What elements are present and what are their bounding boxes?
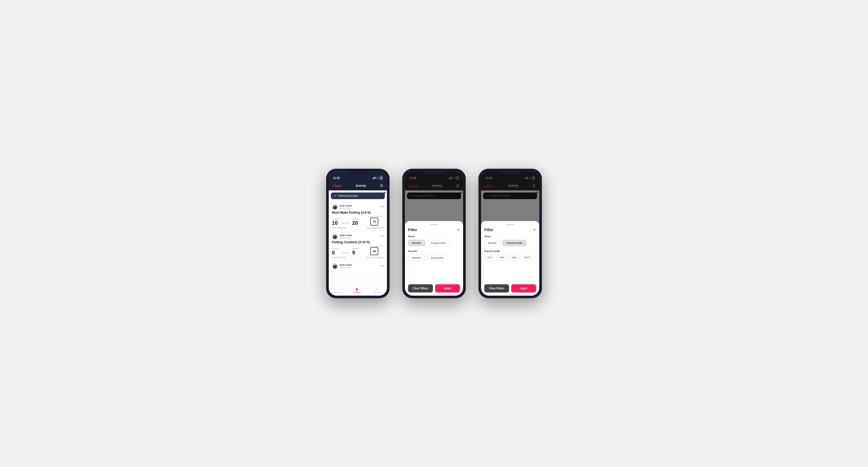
rounds-toggle-2: Practice Tournament bbox=[408, 255, 460, 261]
shots-group-1: Shots 20 bbox=[352, 218, 359, 225]
quality-group-1: Shot Quality 75 bbox=[369, 216, 384, 225]
quality-label-1: Shot Quality bbox=[369, 216, 384, 217]
card-stats-1: Score 10 OUT OF Shots 20 Shot Quality 75 bbox=[332, 216, 384, 225]
hamburger-icon-1[interactable]: ☰ bbox=[380, 184, 383, 188]
filter-sheet-3: Filter ✕ Show Rounds Practice Drills Pra… bbox=[481, 221, 539, 295]
user-date-2: 28 Feb 2023 bbox=[339, 237, 352, 239]
out-of-1: OUT OF bbox=[341, 222, 349, 225]
card-title-1: Must Make Putting (3-6 ft) bbox=[332, 211, 384, 214]
card-stats-2: Score 0 OUT OF Shots 9 Shot Quality 45 bbox=[332, 245, 384, 255]
filter-icon-1: ⚙ bbox=[334, 194, 336, 197]
filter-overlay-2: Filter ✕ Show Rounds Practice Drills Rou… bbox=[405, 172, 463, 295]
sheet-header-3: Filter ✕ bbox=[484, 228, 536, 232]
practice-drills-btn-2[interactable]: Practice Drills bbox=[427, 240, 450, 246]
notch-3 bbox=[500, 169, 521, 175]
avatar-2: ⚫ bbox=[332, 234, 338, 239]
filter-actions-2: Clear Filters Apply bbox=[408, 284, 460, 292]
activities-icon-1: ♟ bbox=[355, 287, 359, 291]
apply-btn-2[interactable]: Apply bbox=[435, 284, 460, 292]
card-header-1: ⚫ Josh Coles 28 Feb 2023 ••• bbox=[332, 204, 384, 210]
activity-card-2: ⚫ Josh Coles 28 Feb 2023 ••• Putting Com… bbox=[329, 231, 387, 261]
home-label-1: Home bbox=[335, 291, 340, 293]
user-date-3: 28 Feb 2023 bbox=[339, 266, 352, 269]
rounds-btn-3[interactable]: Rounds bbox=[484, 240, 500, 246]
activity-card-1: ⚫ Josh Coles 28 Feb 2023 ••• Must Make P… bbox=[329, 202, 387, 231]
sheet-handle-2 bbox=[430, 224, 438, 225]
show-label-3: Show bbox=[484, 235, 536, 238]
score-value-1: 10 bbox=[332, 220, 339, 225]
card-footer-right-1: Data: Clippd Capture bbox=[367, 227, 384, 229]
apply-btn-3[interactable]: Apply bbox=[511, 284, 536, 292]
wifi-icon: ∿ bbox=[376, 177, 378, 179]
more-dots-3[interactable]: ••• bbox=[380, 264, 384, 268]
card-footer-1: ℹ Test Information Data: Clippd Capture bbox=[332, 227, 384, 229]
quality-label-2: Shot Quality bbox=[369, 245, 384, 247]
nav-item-home-1[interactable]: ⌂ Home bbox=[335, 287, 340, 293]
close-btn-2[interactable]: ✕ bbox=[457, 228, 460, 232]
filter-actions-3: Clear Filters Apply bbox=[484, 284, 536, 292]
rounds-btn-2[interactable]: Rounds bbox=[408, 240, 425, 246]
phone-3: 11:33 ∿ ▮ clippd Activity ☰ bbox=[478, 169, 542, 298]
signal-icon bbox=[372, 177, 375, 179]
nav-bar-1: clippd Activity ☰ bbox=[329, 181, 387, 190]
user-details-2: Josh Coles 28 Feb 2023 bbox=[339, 234, 352, 239]
shots-group-2: Shots 9 bbox=[352, 248, 359, 255]
clear-filters-btn-2[interactable]: Clear Filters bbox=[408, 284, 433, 292]
clear-filters-btn-3[interactable]: Clear Filters bbox=[484, 284, 509, 292]
viewing-banner-1[interactable]: ⚙ Viewing Activities bbox=[331, 192, 385, 199]
rounds-label-2: Rounds bbox=[408, 250, 460, 253]
user-name-1: Josh Coles bbox=[339, 205, 352, 207]
more-dots-1[interactable]: ••• bbox=[380, 205, 384, 209]
card-footer-left-1: ℹ Test Information bbox=[332, 227, 346, 229]
user-info-2: ⚫ Josh Coles 28 Feb 2023 bbox=[332, 234, 352, 239]
scene: 11:33 ∿ ▮ clippd Activity ☰ bbox=[315, 153, 553, 314]
close-btn-3[interactable]: ✕ bbox=[533, 228, 536, 232]
user-name-3: Josh Coles bbox=[339, 263, 352, 266]
user-info-1: ⚫ Josh Coles 28 Feb 2023 bbox=[332, 204, 352, 210]
phone-2: 11:33 ∿ ▮ clippd Activity ☰ bbox=[402, 169, 466, 298]
card-header-3: ⚫ Josh Coles 28 Feb 2023 ••• bbox=[332, 263, 384, 269]
battery-icon: ▮ bbox=[379, 176, 383, 180]
info-icon-1: ℹ bbox=[332, 227, 333, 229]
practice-round-btn-2[interactable]: Practice bbox=[408, 255, 425, 261]
out-of-2: OUT OF bbox=[341, 252, 349, 255]
practice-drills-btn-3[interactable]: Practice Drills bbox=[502, 240, 526, 246]
chip-ott-3[interactable]: OTT bbox=[484, 255, 495, 260]
viewing-banner-text-1: Viewing Activities bbox=[338, 194, 359, 197]
nav-item-capture-1[interactable]: ⊕ Capture bbox=[374, 287, 380, 293]
nav-item-activities-1[interactable]: ♟ Activities bbox=[353, 287, 361, 293]
sheet-handle-3 bbox=[506, 224, 515, 225]
filter-title-3: Filter bbox=[484, 228, 493, 232]
status-time-1: 11:33 bbox=[333, 177, 340, 180]
activity-card-3: ⚫ Josh Coles 28 Feb 2023 ••• bbox=[329, 261, 387, 272]
card-footer-2: ℹ Test Information Data: Clippd Capture bbox=[332, 256, 384, 259]
status-icons-1: ∿ ▮ bbox=[372, 176, 383, 180]
card-footer-left-2: ℹ Test Information bbox=[332, 256, 346, 259]
score-group-2: Score 0 bbox=[332, 248, 339, 255]
chip-app-3[interactable]: APP bbox=[496, 255, 507, 260]
show-label-2: Show bbox=[408, 235, 460, 238]
chip-putt-3[interactable]: PUTT bbox=[521, 255, 533, 260]
chip-arg-3[interactable]: ARG bbox=[508, 255, 520, 260]
show-toggle-2: Rounds Practice Drills bbox=[408, 240, 460, 246]
more-dots-2[interactable]: ••• bbox=[380, 235, 384, 238]
filter-title-2: Filter bbox=[408, 228, 417, 232]
phone-1: 11:33 ∿ ▮ clippd Activity ☰ bbox=[326, 169, 390, 298]
info-icon-2: ℹ bbox=[332, 256, 333, 259]
notch-1 bbox=[347, 169, 368, 175]
bottom-nav-1: ⌂ Home ♟ Activities ⊕ Capture bbox=[329, 284, 387, 295]
score-label-2: Score bbox=[332, 248, 339, 250]
shots-value-2: 9 bbox=[352, 250, 359, 255]
logo-1: clippd bbox=[333, 184, 342, 188]
capture-label-1: Capture bbox=[374, 291, 380, 293]
capture-icon-1: ⊕ bbox=[376, 287, 379, 291]
user-info-3: ⚫ Josh Coles 28 Feb 2023 bbox=[332, 263, 352, 269]
home-icon-1: ⌂ bbox=[337, 287, 339, 291]
show-toggle-3: Rounds Practice Drills bbox=[484, 240, 536, 246]
tournament-btn-2[interactable]: Tournament bbox=[427, 255, 447, 261]
quality-group-2: Shot Quality 45 bbox=[369, 245, 384, 255]
sheet-header-2: Filter ✕ bbox=[408, 228, 460, 232]
activities-label-1: Activities bbox=[353, 291, 361, 293]
user-date-1: 28 Feb 2023 bbox=[339, 207, 352, 210]
score-value-2: 0 bbox=[332, 250, 339, 255]
